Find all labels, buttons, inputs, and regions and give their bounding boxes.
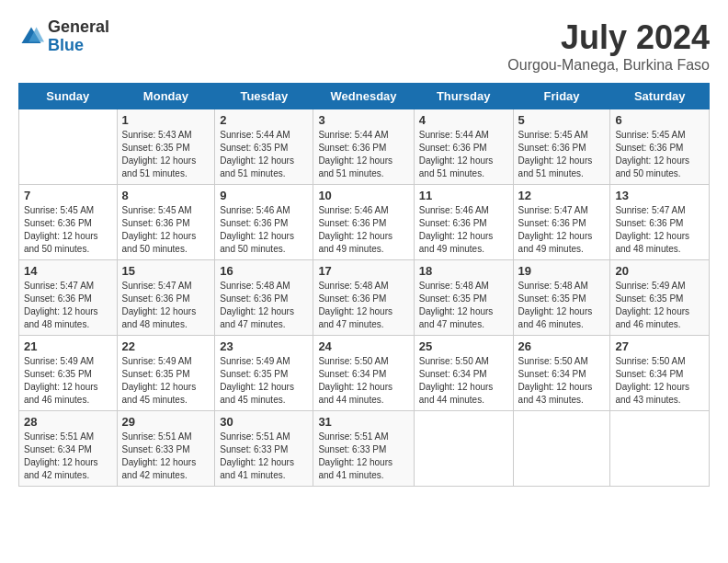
day-info: Sunrise: 5:51 AM Sunset: 6:33 PM Dayligh… — [122, 431, 210, 482]
calendar-cell — [610, 411, 710, 487]
day-number: 12 — [518, 189, 606, 202]
header-cell-saturday: Saturday — [610, 84, 710, 109]
day-number: 5 — [518, 113, 606, 127]
calendar-cell: 27Sunrise: 5:50 AM Sunset: 6:34 PM Dayli… — [610, 336, 710, 411]
calendar-cell: 1Sunrise: 5:43 AM Sunset: 6:35 PM Daylig… — [117, 109, 215, 185]
day-info: Sunrise: 5:50 AM Sunset: 6:34 PM Dayligh… — [318, 355, 408, 407]
day-info: Sunrise: 5:51 AM Sunset: 6:33 PM Dayligh… — [318, 431, 408, 482]
calendar-cell: 4Sunrise: 5:44 AM Sunset: 6:36 PM Daylig… — [414, 109, 513, 185]
calendar-week-4: 21Sunrise: 5:49 AM Sunset: 6:35 PM Dayli… — [19, 336, 710, 411]
day-number: 1 — [122, 113, 210, 127]
day-number: 22 — [122, 339, 210, 353]
title-block: July 2024 Ourgou-Manega, Burkina Faso — [507, 18, 710, 74]
header-cell-tuesday: Tuesday — [215, 84, 313, 109]
day-number: 30 — [220, 415, 308, 429]
day-number: 17 — [318, 264, 408, 278]
header-cell-monday: Monday — [117, 84, 215, 109]
day-info: Sunrise: 5:45 AM Sunset: 6:36 PM Dayligh… — [122, 204, 210, 256]
calendar-cell: 30Sunrise: 5:51 AM Sunset: 6:33 PM Dayli… — [215, 411, 313, 487]
day-info: Sunrise: 5:51 AM Sunset: 6:34 PM Dayligh… — [24, 431, 112, 482]
day-number: 27 — [615, 339, 704, 353]
calendar-cell: 20Sunrise: 5:49 AM Sunset: 6:35 PM Dayli… — [610, 260, 710, 336]
page-header: General Blue July 2024 Ourgou-Manega, Bu… — [18, 18, 710, 74]
logo-general-text: General — [48, 18, 109, 37]
day-number: 3 — [318, 113, 408, 127]
calendar-header: SundayMondayTuesdayWednesdayThursdayFrid… — [19, 84, 710, 109]
location-title: Ourgou-Manega, Burkina Faso — [507, 57, 710, 74]
day-info: Sunrise: 5:49 AM Sunset: 6:35 PM Dayligh… — [122, 355, 210, 407]
calendar-body: 1Sunrise: 5:43 AM Sunset: 6:35 PM Daylig… — [19, 109, 710, 487]
day-number: 9 — [220, 189, 308, 202]
calendar-cell: 21Sunrise: 5:49 AM Sunset: 6:35 PM Dayli… — [19, 336, 118, 411]
header-cell-sunday: Sunday — [19, 84, 118, 109]
calendar-cell: 5Sunrise: 5:45 AM Sunset: 6:36 PM Daylig… — [513, 109, 610, 185]
header-cell-thursday: Thursday — [414, 84, 513, 109]
calendar-cell: 26Sunrise: 5:50 AM Sunset: 6:34 PM Dayli… — [513, 336, 610, 411]
header-cell-friday: Friday — [513, 84, 610, 109]
calendar-cell: 7Sunrise: 5:45 AM Sunset: 6:36 PM Daylig… — [19, 185, 118, 260]
calendar-cell: 25Sunrise: 5:50 AM Sunset: 6:34 PM Dayli… — [414, 336, 513, 411]
day-number: 21 — [24, 339, 112, 353]
calendar-cell: 29Sunrise: 5:51 AM Sunset: 6:33 PM Dayli… — [117, 411, 215, 487]
day-number: 7 — [24, 189, 112, 202]
day-info: Sunrise: 5:47 AM Sunset: 6:36 PM Dayligh… — [122, 280, 210, 331]
day-info: Sunrise: 5:49 AM Sunset: 6:35 PM Dayligh… — [615, 280, 704, 331]
day-number: 28 — [24, 415, 112, 429]
calendar-cell: 28Sunrise: 5:51 AM Sunset: 6:34 PM Dayli… — [19, 411, 118, 487]
calendar-cell: 17Sunrise: 5:48 AM Sunset: 6:36 PM Dayli… — [313, 260, 414, 336]
day-number: 4 — [419, 113, 508, 127]
calendar-cell: 23Sunrise: 5:49 AM Sunset: 6:35 PM Dayli… — [215, 336, 313, 411]
day-info: Sunrise: 5:44 AM Sunset: 6:36 PM Dayligh… — [318, 129, 408, 180]
calendar-week-3: 14Sunrise: 5:47 AM Sunset: 6:36 PM Dayli… — [19, 260, 710, 336]
day-info: Sunrise: 5:49 AM Sunset: 6:35 PM Dayligh… — [24, 355, 112, 407]
day-info: Sunrise: 5:48 AM Sunset: 6:35 PM Dayligh… — [518, 280, 606, 331]
day-number: 31 — [318, 415, 408, 429]
day-info: Sunrise: 5:47 AM Sunset: 6:36 PM Dayligh… — [24, 280, 112, 331]
day-number: 15 — [122, 264, 210, 278]
day-number: 10 — [318, 189, 408, 202]
logo-icon — [18, 24, 44, 50]
day-number: 2 — [220, 113, 308, 127]
calendar-cell — [513, 411, 610, 487]
day-number: 25 — [419, 339, 508, 353]
header-cell-wednesday: Wednesday — [313, 84, 414, 109]
month-title: July 2024 — [507, 18, 710, 57]
day-info: Sunrise: 5:48 AM Sunset: 6:35 PM Dayligh… — [419, 280, 508, 331]
day-info: Sunrise: 5:44 AM Sunset: 6:36 PM Dayligh… — [419, 129, 508, 180]
day-info: Sunrise: 5:45 AM Sunset: 6:36 PM Dayligh… — [24, 204, 112, 256]
day-number: 29 — [122, 415, 210, 429]
logo: General Blue — [18, 18, 109, 55]
calendar-week-1: 1Sunrise: 5:43 AM Sunset: 6:35 PM Daylig… — [19, 109, 710, 185]
day-info: Sunrise: 5:48 AM Sunset: 6:36 PM Dayligh… — [220, 280, 308, 331]
day-info: Sunrise: 5:46 AM Sunset: 6:36 PM Dayligh… — [220, 204, 308, 256]
calendar-week-2: 7Sunrise: 5:45 AM Sunset: 6:36 PM Daylig… — [19, 185, 710, 260]
day-number: 14 — [24, 264, 112, 278]
day-info: Sunrise: 5:49 AM Sunset: 6:35 PM Dayligh… — [220, 355, 308, 407]
day-number: 23 — [220, 339, 308, 353]
day-info: Sunrise: 5:46 AM Sunset: 6:36 PM Dayligh… — [419, 204, 508, 256]
day-number: 6 — [615, 113, 704, 127]
logo-blue-text: Blue — [48, 37, 109, 55]
calendar-cell: 11Sunrise: 5:46 AM Sunset: 6:36 PM Dayli… — [414, 185, 513, 260]
day-number: 19 — [518, 264, 606, 278]
calendar-cell — [19, 109, 118, 185]
calendar-cell: 8Sunrise: 5:45 AM Sunset: 6:36 PM Daylig… — [117, 185, 215, 260]
day-info: Sunrise: 5:50 AM Sunset: 6:34 PM Dayligh… — [518, 355, 606, 407]
day-info: Sunrise: 5:45 AM Sunset: 6:36 PM Dayligh… — [518, 129, 606, 180]
calendar-cell: 10Sunrise: 5:46 AM Sunset: 6:36 PM Dayli… — [313, 185, 414, 260]
calendar-cell: 13Sunrise: 5:47 AM Sunset: 6:36 PM Dayli… — [610, 185, 710, 260]
calendar-cell: 24Sunrise: 5:50 AM Sunset: 6:34 PM Dayli… — [313, 336, 414, 411]
logo-text: General Blue — [48, 18, 109, 55]
day-info: Sunrise: 5:51 AM Sunset: 6:33 PM Dayligh… — [220, 431, 308, 482]
day-number: 18 — [419, 264, 508, 278]
day-info: Sunrise: 5:48 AM Sunset: 6:36 PM Dayligh… — [318, 280, 408, 331]
calendar-cell: 14Sunrise: 5:47 AM Sunset: 6:36 PM Dayli… — [19, 260, 118, 336]
day-info: Sunrise: 5:47 AM Sunset: 6:36 PM Dayligh… — [615, 204, 704, 256]
day-number: 26 — [518, 339, 606, 353]
calendar-cell — [414, 411, 513, 487]
day-info: Sunrise: 5:46 AM Sunset: 6:36 PM Dayligh… — [318, 204, 408, 256]
calendar-cell: 3Sunrise: 5:44 AM Sunset: 6:36 PM Daylig… — [313, 109, 414, 185]
calendar-cell: 19Sunrise: 5:48 AM Sunset: 6:35 PM Dayli… — [513, 260, 610, 336]
day-number: 24 — [318, 339, 408, 353]
calendar-cell: 9Sunrise: 5:46 AM Sunset: 6:36 PM Daylig… — [215, 185, 313, 260]
